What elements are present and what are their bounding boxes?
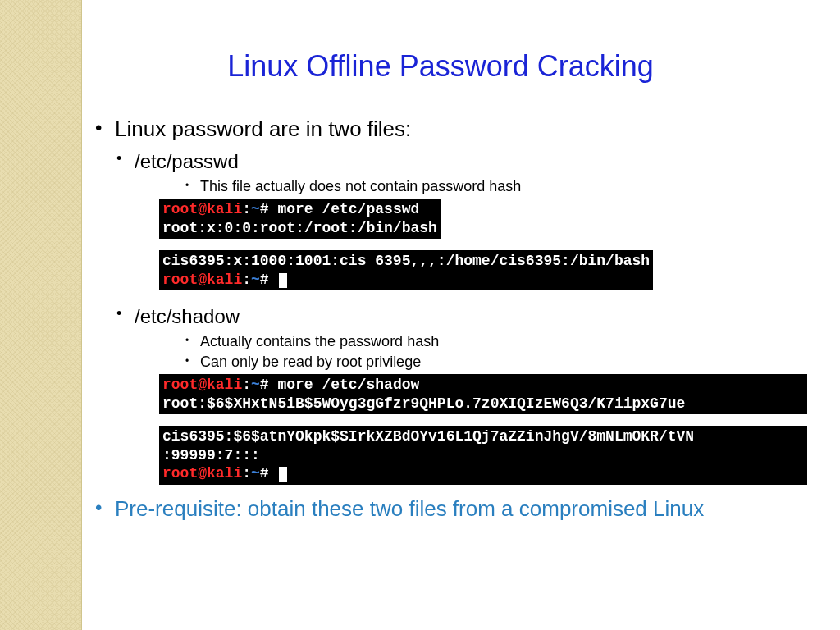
prompt-path: ~ xyxy=(251,201,260,217)
cursor-icon xyxy=(279,467,287,482)
terminal-passwd-2: cis6395:x:1000:1001:cis 6395,,,:/home/ci… xyxy=(159,250,653,290)
cmd-more-passwd: more /etc/passwd xyxy=(277,201,419,217)
etc-shadow-label: /etc/shadow xyxy=(135,305,240,327)
intro-text: Linux password are in two files: xyxy=(115,116,411,141)
shadow-note-1: Actually contains the password hash xyxy=(182,333,824,350)
prompt-path: ~ xyxy=(251,272,260,288)
prompt-sep: : xyxy=(242,201,251,217)
prompt-user: root@kali xyxy=(162,272,242,288)
prompt-sep: : xyxy=(242,465,251,482)
prompt-hash: # xyxy=(260,272,278,288)
out-passwd-cis: cis6395:x:1000:1001:cis 6395,,,:/home/ci… xyxy=(162,253,650,269)
etc-passwd-label: /etc/passwd xyxy=(135,150,239,172)
prompt-sep: : xyxy=(242,272,251,288)
out-shadow-root: root:$6$XHxtN5iB$5WOyg3gGfzr9QHPLo.7z0XI… xyxy=(162,395,685,412)
prompt-path: ~ xyxy=(251,377,260,393)
shadow-note-2: Can only be read by root privilege xyxy=(182,354,824,371)
prompt-user: root@kali xyxy=(162,201,242,217)
prereq-text: Pre-requisite: obtain these two files fr… xyxy=(115,496,704,521)
out-shadow-cis-l1: cis6395:$6$atnYOkpk$SIrkXZBdOYv16L1Qj7aZ… xyxy=(162,428,694,445)
prompt-user: root@kali xyxy=(162,377,242,393)
prompt-hash: # xyxy=(260,201,278,217)
bullet-etc-shadow: /etc/shadow Actually contains the passwo… xyxy=(115,305,824,485)
prompt-user: root@kali xyxy=(162,465,242,482)
out-passwd-root: root:x:0:0:root:/root:/bin/bash xyxy=(162,220,437,236)
passwd-note: This file actually does not contain pass… xyxy=(182,178,824,195)
prompt-sep: : xyxy=(242,377,251,393)
terminal-shadow-2: cis6395:$6$atnYOkpk$SIrkXZBdOYv16L1Qj7aZ… xyxy=(159,426,807,485)
bullet-intro: Linux password are in two files: /etc/pa… xyxy=(90,116,824,485)
slide-body: Linux Offline Password Cracking Linux pa… xyxy=(82,0,840,630)
cmd-more-shadow: more /etc/shadow xyxy=(277,377,419,393)
bullet-list: Linux password are in two files: /etc/pa… xyxy=(90,116,824,522)
out-shadow-cis-l2: :99999:7::: xyxy=(162,447,260,463)
slide-title: Linux Offline Password Cracking xyxy=(57,49,824,84)
prompt-path: ~ xyxy=(251,465,260,482)
cursor-icon xyxy=(279,273,287,288)
prompt-hash: # xyxy=(260,377,278,393)
prompt-hash: # xyxy=(260,465,278,482)
terminal-passwd-1: root@kali:~# more /etc/passwd root:x:0:0… xyxy=(159,199,441,239)
bullet-prereq: Pre-requisite: obtain these two files fr… xyxy=(90,496,824,522)
terminal-shadow-1: root@kali:~# more /etc/shadow root:$6$XH… xyxy=(159,374,807,414)
bullet-etc-passwd: /etc/passwd This file actually does not … xyxy=(115,150,824,290)
side-accent xyxy=(0,0,82,630)
